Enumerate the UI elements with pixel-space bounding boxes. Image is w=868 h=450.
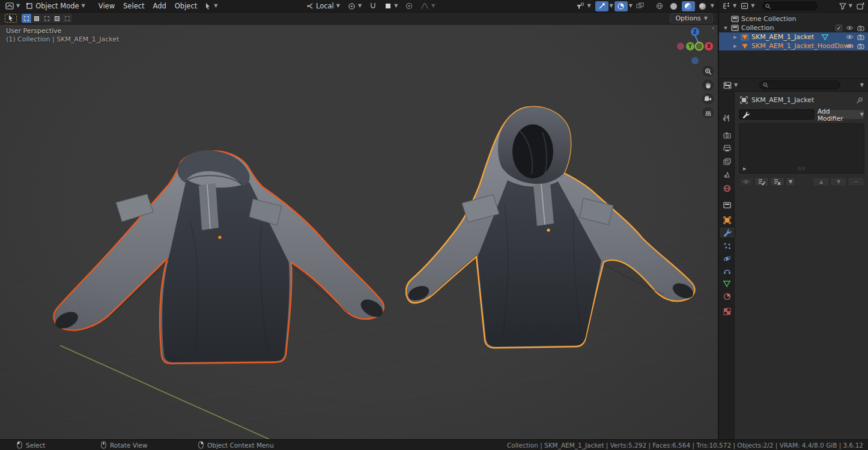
snap-toggle[interactable]: [366, 1, 380, 11]
select-mode-set[interactable]: [22, 14, 31, 23]
toolbar-dropdown[interactable]: ▼: [786, 177, 795, 186]
enable-all-button[interactable]: [754, 177, 769, 186]
shading-wireframe[interactable]: [653, 1, 666, 11]
mode-dropdown[interactable]: Object Mode ▼: [23, 1, 88, 11]
right-mouse-icon: [198, 441, 204, 449]
move-down-button[interactable]: ▼: [830, 177, 847, 186]
collection-checkbox[interactable]: ✓: [836, 25, 842, 31]
disclosure-triangle[interactable]: ▶: [732, 35, 738, 40]
editor-type-button[interactable]: ▼: [2, 1, 23, 11]
sidebar-collapse-arrow[interactable]: ‹: [712, 24, 714, 32]
tab-collection-properties[interactable]: [719, 199, 735, 211]
gizmo-neg-x-axis[interactable]: [677, 43, 684, 50]
falloff-dropdown[interactable]: ▼: [417, 1, 438, 11]
outliner-editor-type-button[interactable]: ▼: [721, 2, 738, 10]
remove-button[interactable]: —: [848, 177, 864, 186]
gizmo-neg-y-axis[interactable]: [696, 43, 703, 50]
falloff-curve-icon: [420, 2, 429, 10]
options-button[interactable]: Options ▼: [670, 13, 713, 23]
shading-material-preview[interactable]: [682, 1, 695, 11]
hide-eye-icon[interactable]: [846, 34, 854, 40]
tab-output[interactable]: [719, 142, 735, 154]
zoom-button[interactable]: [702, 65, 714, 77]
breadcrumb-object-name: SKM_AEM_1_Jacket: [751, 96, 814, 104]
properties-header: ▼ ▼: [719, 79, 868, 92]
outliner-search-input[interactable]: [772, 3, 815, 10]
properties-search-box[interactable]: [759, 81, 840, 90]
tab-view-layer[interactable]: [719, 156, 735, 168]
jacket-hooddown-object[interactable]: [51, 147, 384, 369]
outliner-row-jacket-hooddown[interactable]: ▶ SKM_AEM_1_Jacket_HoodDown: [719, 41, 868, 50]
disclosure-triangle[interactable]: ▼: [723, 26, 729, 31]
menu-view[interactable]: View: [94, 1, 119, 11]
select-mode-extend[interactable]: [32, 14, 41, 23]
transform-snap-cluster: Local ▼ ▼ ▼: [303, 1, 438, 11]
outliner-search-box[interactable]: [762, 2, 818, 10]
tab-scene[interactable]: [719, 169, 735, 181]
pivot-point-dropdown[interactable]: ▼: [345, 1, 365, 11]
tab-world[interactable]: [719, 182, 735, 194]
tab-physics[interactable]: [719, 252, 735, 264]
properties-editor-type-button[interactable]: ▼: [722, 81, 739, 90]
xray-toggle[interactable]: [634, 1, 647, 11]
pin-icon[interactable]: [856, 97, 863, 104]
tab-tool[interactable]: [719, 112, 735, 124]
ortho-perspective-toggle[interactable]: [702, 107, 714, 118]
orientation-dropdown[interactable]: Local ▼: [303, 1, 343, 11]
disclosure-triangle[interactable]: ▶: [732, 44, 738, 49]
outliner-display-mode-button[interactable]: ▼: [739, 2, 756, 10]
jacket-active-object[interactable]: [405, 103, 706, 356]
show-overlays-toggle[interactable]: [615, 1, 628, 11]
tab-object-constraints[interactable]: [719, 265, 735, 277]
snap-target-dropdown[interactable]: ▼: [381, 1, 401, 11]
active-tool-tweak[interactable]: [5, 14, 17, 23]
outliner-row-scene-collection[interactable]: Scene Collection: [719, 14, 868, 23]
properties-header-menu[interactable]: ▼: [860, 83, 864, 88]
new-collection-button[interactable]: [855, 2, 866, 10]
hide-eye-icon[interactable]: [846, 43, 854, 49]
tab-texture[interactable]: [719, 305, 735, 317]
panel-expand-arrow[interactable]: ▶: [743, 166, 746, 171]
panel-drag-grip[interactable]: ⠿⠿: [798, 166, 806, 172]
shading-solid[interactable]: [667, 1, 681, 11]
tab-modifier-properties[interactable]: [719, 227, 735, 239]
camera-view-button[interactable]: [702, 93, 714, 105]
menu-select[interactable]: Select: [119, 1, 148, 11]
tab-object-properties[interactable]: [719, 214, 735, 226]
show-gizmo-toggle[interactable]: [595, 1, 609, 11]
disable-render-camera-icon[interactable]: [857, 34, 864, 40]
properties-editor[interactable]: ▼ ▼: [719, 78, 868, 439]
navigation-gizmo[interactable]: Z Y X: [673, 25, 717, 67]
tab-object-data[interactable]: [719, 278, 735, 290]
visibility-dropdown[interactable]: ▼: [573, 1, 593, 11]
add-modifier-button[interactable]: Add Modifier ▼: [817, 109, 864, 120]
tool-fallback-dropdown[interactable]: ▼: [201, 1, 220, 11]
tab-material[interactable]: [719, 290, 735, 302]
gizmo-neg-z-axis[interactable]: [691, 57, 699, 64]
toggle-visibility-button[interactable]: [739, 177, 753, 186]
move-up-button[interactable]: ▲: [813, 177, 830, 186]
tab-particles[interactable]: [719, 240, 735, 252]
disable-render-camera-icon[interactable]: [857, 43, 864, 49]
modifier-search-field[interactable]: [739, 109, 815, 120]
select-mode-invert[interactable]: [52, 14, 62, 23]
select-mode-intersect[interactable]: [62, 14, 72, 23]
hide-eye-icon[interactable]: [846, 25, 854, 31]
pan-button[interactable]: [702, 79, 714, 91]
tab-render[interactable]: [719, 129, 735, 141]
outliner-row-jacket-active[interactable]: ▶ SKM_AEM_1_Jacket: [719, 32, 868, 41]
modifier-stack-area[interactable]: ▶ ⠿⠿: [739, 123, 864, 174]
outliner-filter-button[interactable]: ▼: [838, 2, 854, 10]
disable-render-camera-icon[interactable]: [857, 25, 864, 31]
properties-search-input[interactable]: [771, 82, 834, 88]
menu-add[interactable]: Add: [149, 1, 171, 11]
proportional-editing-toggle[interactable]: [402, 1, 416, 11]
solid-sphere-icon: [670, 3, 677, 10]
outliner-editor[interactable]: ▼ ▼ ▼: [719, 0, 868, 78]
outliner-row-collection[interactable]: ▼ Collection ✓: [719, 23, 868, 32]
disable-all-button[interactable]: [770, 177, 785, 186]
select-mode-subtract[interactable]: [42, 14, 52, 23]
shading-rendered[interactable]: [696, 1, 709, 11]
3d-viewport[interactable]: ▼ Object Mode ▼ View Select Add Object ▼: [0, 0, 718, 439]
menu-object[interactable]: Object: [171, 1, 201, 11]
